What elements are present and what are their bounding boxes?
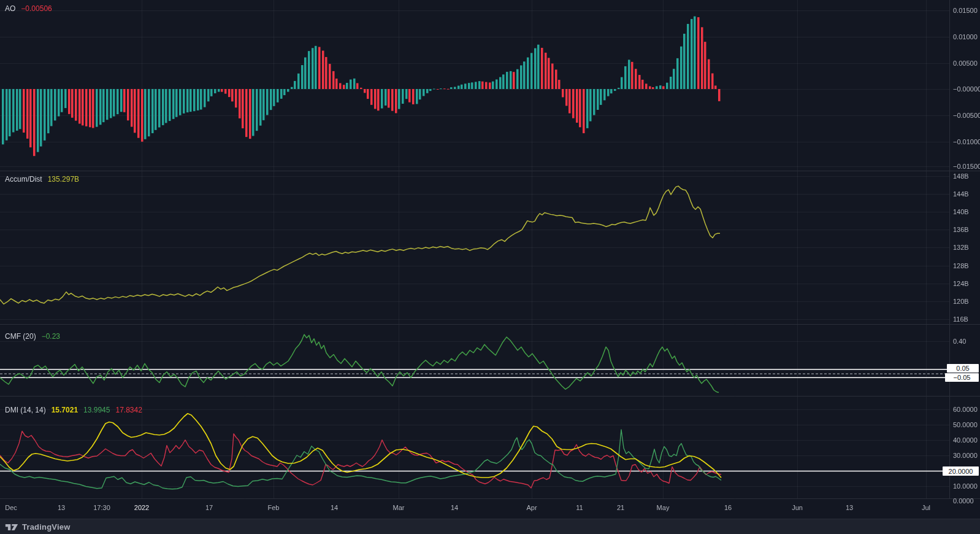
time-tick-label: 2022	[134, 504, 149, 511]
indicator-value-plus-di: 13.9945	[83, 406, 110, 414]
pane-label-accum: Accum/Dist135.297B	[5, 175, 79, 184]
footer-bar: TradingView	[0, 519, 980, 534]
price-tick-label: 148B	[953, 172, 969, 180]
price-tick-label: 0.00500	[953, 60, 978, 67]
time-tick-label: 13	[58, 504, 65, 511]
indicator-title-ao[interactable]: AO	[5, 4, 15, 13]
indicator-title-accum[interactable]: Accum/Dist	[5, 175, 42, 184]
time-tick-label: May	[657, 504, 670, 511]
price-tick-label: 140B	[953, 208, 969, 215]
time-tick-label: 21	[617, 504, 624, 511]
price-label-cmf-lower: −0.05	[945, 373, 979, 382]
price-tick-label: −0.01000	[953, 138, 980, 145]
tradingview-brand-text[interactable]: TradingView	[22, 522, 71, 532]
time-tick-label: Feb	[268, 504, 280, 511]
indicator-title-cmf[interactable]: CMF (20)	[5, 332, 36, 341]
time-tick-label: 14	[451, 504, 458, 511]
price-tick-label: 40.0000	[953, 436, 978, 444]
price-tick-label: 144B	[953, 190, 969, 198]
indicator-value-accum: 135.297B	[48, 175, 79, 184]
price-tick-label: 0.0000	[953, 497, 974, 505]
price-tick-label: 128B	[953, 262, 969, 269]
price-tick-label: 30.0000	[953, 452, 978, 459]
pane-label-ao: AO−0.00506	[5, 4, 52, 13]
price-tick-label: 10.0000	[953, 482, 978, 490]
time-tick-label: Mar	[393, 504, 405, 511]
time-tick-label: Jul	[922, 504, 930, 511]
chart-window: AO−0.00506 Accum/Dist135.297B CMF (20)−0…	[0, 0, 980, 534]
time-tick-label: 14	[331, 504, 338, 511]
price-tick-label: 0.40	[953, 338, 966, 345]
time-tick-label: 17:30	[93, 504, 110, 511]
price-label-cmf-upper: 0.05	[947, 364, 979, 373]
indicator-title-dmi[interactable]: DMI (14, 14)	[5, 406, 46, 414]
chart-canvas[interactable]	[0, 0, 980, 519]
indicator-value-cmf: −0.23	[42, 332, 60, 341]
price-tick-label: 0.01500	[953, 7, 978, 14]
price-label-dmi-20: 20.0000	[943, 466, 979, 476]
price-tick-label: −0.00000	[953, 85, 980, 93]
price-tick-label: 60.0000	[953, 406, 978, 413]
indicator-value-ao: −0.00506	[21, 4, 52, 13]
time-tick-label: 16	[724, 504, 732, 511]
time-tick-label: 13	[846, 504, 853, 511]
time-tick-label: 17	[205, 504, 213, 511]
price-tick-label: 120B	[953, 298, 969, 305]
pane-label-cmf: CMF (20)−0.23	[5, 332, 60, 341]
pane-label-dmi: DMI (14, 14)15.702113.994517.8342	[5, 406, 142, 414]
price-tick-label: 136B	[953, 226, 969, 233]
tradingview-logo-icon[interactable]	[5, 522, 18, 532]
price-tick-label: 132B	[953, 244, 969, 251]
price-tick-label: 0.01000	[953, 33, 978, 41]
price-tick-label: −0.00500	[953, 112, 980, 119]
time-tick-label: Dec	[5, 504, 17, 511]
price-tick-label: 124B	[953, 280, 969, 287]
time-tick-label: Apr	[526, 504, 537, 511]
indicator-value-minus-di: 17.8342	[115, 406, 142, 414]
time-tick-label: 11	[576, 504, 583, 511]
time-tick-label: Jun	[792, 504, 803, 511]
price-tick-label: 50.0000	[953, 421, 978, 428]
price-tick-label: 116B	[953, 315, 968, 323]
indicator-value-adx: 15.7021	[52, 406, 78, 414]
price-tick-label: −0.01500	[953, 163, 980, 170]
